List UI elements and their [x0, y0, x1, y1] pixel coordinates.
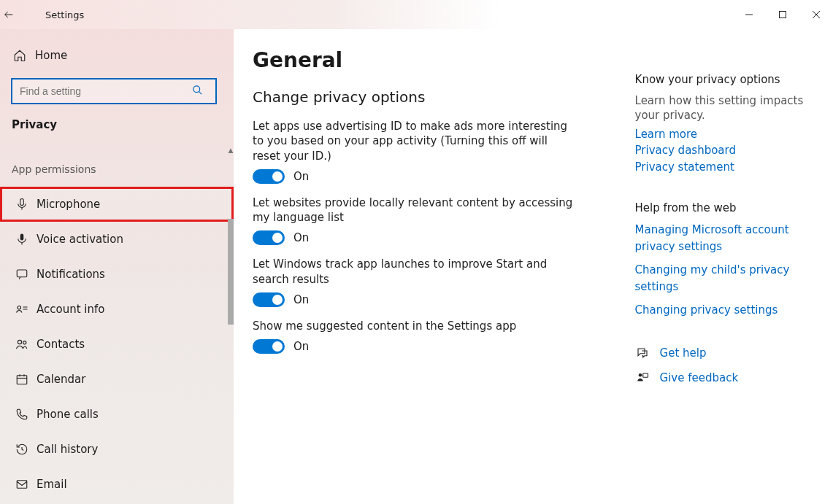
- people-icon: [13, 336, 31, 353]
- svg-rect-19: [642, 373, 648, 377]
- history-icon: [13, 441, 31, 458]
- info-sidebar: Know your privacy options Learn how this…: [635, 44, 818, 489]
- info-heading: Know your privacy options: [635, 73, 818, 86]
- window-title: Settings: [45, 9, 84, 20]
- svg-point-8: [18, 340, 21, 344]
- link-privacy-statement[interactable]: Privacy statement: [635, 159, 818, 176]
- link-managing-account-privacy[interactable]: Managing Microsoft account privacy setti…: [635, 222, 818, 255]
- scroll-up-icon[interactable]: ▲: [228, 146, 234, 155]
- help-heading: Help from the web: [635, 201, 818, 214]
- feedback-icon: [635, 371, 650, 385]
- titlebar: Settings: [0, 0, 833, 29]
- svg-point-7: [18, 306, 21, 310]
- scroll-thumb[interactable]: [228, 219, 234, 325]
- setting-description: Show me suggested content in the Setting…: [253, 319, 574, 333]
- svg-rect-6: [17, 270, 27, 277]
- phone-icon: [13, 406, 31, 423]
- setting-description: Let apps use advertising ID to make ads …: [253, 119, 574, 163]
- svg-point-18: [638, 373, 642, 377]
- setting-description: Let websites provide locally relevant co…: [253, 195, 574, 225]
- sidebar-scrollbar[interactable]: ▲: [228, 146, 234, 155]
- svg-rect-1: [780, 12, 786, 18]
- svg-point-2: [193, 86, 200, 93]
- sidebar-item-label: Phone calls: [37, 408, 99, 421]
- sidebar-item-label: Notifications: [37, 268, 105, 281]
- page-title: General: [253, 48, 606, 72]
- sidebar-item-label: Email: [37, 478, 67, 491]
- calendar-icon: [13, 371, 31, 388]
- give-feedback-label: Give feedback: [660, 370, 739, 387]
- sidebar-item-microphone[interactable]: Microphone: [0, 187, 234, 222]
- toggle-state-label: On: [293, 340, 309, 353]
- main-content: General Change privacy options Let apps …: [234, 29, 833, 504]
- toggle-state-label: On: [293, 293, 309, 306]
- sidebar: Home Privacy App permissions Micropho: [0, 29, 234, 504]
- sidebar-category: Privacy: [0, 108, 234, 141]
- sidebar-section-title: App permissions: [0, 159, 234, 187]
- sidebar-item-phone-calls[interactable]: Phone calls: [0, 397, 234, 432]
- sidebar-item-label: Call history: [37, 443, 98, 456]
- svg-rect-4: [20, 199, 24, 206]
- sidebar-item-call-history[interactable]: Call history: [0, 432, 234, 467]
- svg-rect-17: [17, 481, 27, 489]
- sidebar-item-label: Calendar: [37, 373, 85, 386]
- info-text: Learn how this setting impacts your priv…: [635, 93, 818, 123]
- get-help-label: Get help: [660, 345, 707, 362]
- setting-suggested-content: Show me suggested content in the Setting…: [253, 319, 606, 354]
- toggle-track-launches[interactable]: [253, 292, 285, 307]
- give-feedback-action[interactable]: Give feedback: [635, 370, 818, 387]
- svg-point-9: [23, 341, 26, 344]
- email-icon: [13, 476, 31, 493]
- minimize-button[interactable]: [732, 0, 766, 29]
- sidebar-item-voice-activation[interactable]: Voice activation: [0, 222, 234, 257]
- sidebar-item-account-info[interactable]: Account info: [0, 292, 234, 327]
- sidebar-item-label: Voice activation: [37, 233, 123, 246]
- home-nav[interactable]: Home: [0, 39, 234, 71]
- sidebar-item-label: Account info: [37, 303, 104, 316]
- get-help-action[interactable]: Get help: [635, 345, 818, 362]
- svg-rect-5: [20, 234, 24, 241]
- help-chat-icon: [635, 346, 650, 360]
- svg-line-3: [199, 91, 201, 94]
- link-learn-more[interactable]: Learn more: [635, 126, 818, 143]
- sidebar-item-contacts[interactable]: Contacts: [0, 327, 234, 362]
- toggle-state-label: On: [293, 231, 309, 244]
- home-label: Home: [35, 49, 67, 62]
- toggle-advertising-id[interactable]: [253, 169, 285, 184]
- link-privacy-dashboard[interactable]: Privacy dashboard: [635, 142, 818, 159]
- back-button[interactable]: [3, 9, 32, 20]
- toggle-language-list[interactable]: [253, 230, 285, 245]
- setting-track-launches: Let Windows track app launches to improv…: [253, 257, 606, 307]
- toggle-state-label: On: [293, 170, 309, 183]
- id-card-icon: [13, 301, 31, 318]
- setting-description: Let Windows track app launches to improv…: [253, 257, 574, 287]
- sidebar-item-label: Contacts: [37, 338, 85, 351]
- setting-language-list: Let websites provide locally relevant co…: [253, 195, 606, 246]
- chat-icon: [13, 265, 31, 283]
- microphone-solid-icon: [13, 230, 31, 248]
- sidebar-item-calendar[interactable]: Calendar: [0, 362, 234, 397]
- sidebar-item-label: Microphone: [37, 198, 100, 211]
- section-heading: Change privacy options: [253, 88, 606, 106]
- close-button[interactable]: [799, 0, 833, 29]
- search-icon[interactable]: [192, 85, 203, 96]
- toggle-suggested-content[interactable]: [253, 339, 285, 354]
- link-child-privacy[interactable]: Changing my child's privacy settings: [635, 262, 818, 295]
- home-icon: [13, 49, 29, 62]
- search-input[interactable]: [12, 79, 216, 104]
- sidebar-item-email[interactable]: Email: [0, 467, 234, 502]
- maximize-button[interactable]: [766, 0, 799, 29]
- setting-advertising-id: Let apps use advertising ID to make ads …: [253, 119, 606, 184]
- sidebar-item-notifications[interactable]: Notifications: [0, 257, 234, 292]
- microphone-icon: [13, 195, 31, 213]
- link-changing-privacy[interactable]: Changing privacy settings: [635, 302, 818, 319]
- svg-rect-10: [17, 376, 27, 384]
